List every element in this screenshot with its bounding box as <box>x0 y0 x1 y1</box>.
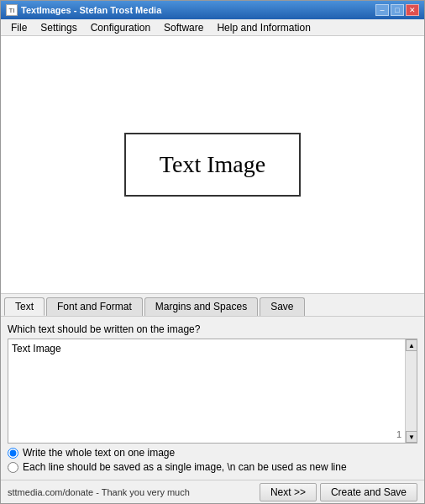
tab-font-format[interactable]: Font and Format <box>46 297 143 316</box>
scroll-up-button[interactable]: ▲ <box>406 339 417 351</box>
tab-save[interactable]: Save <box>260 297 304 316</box>
menu-file[interactable]: File <box>4 20 34 35</box>
radio-each-line-label: Each line should be saved as a single im… <box>23 461 347 473</box>
title-controls: – □ ✕ <box>375 4 419 16</box>
text-input[interactable]: Text Image <box>8 339 405 440</box>
maximize-button[interactable]: □ <box>391 4 404 16</box>
scroll-down-button[interactable]: ▼ <box>406 431 417 443</box>
create-save-button[interactable]: Create and Save <box>320 483 417 501</box>
radio-each-line-input[interactable] <box>8 462 18 473</box>
menu-settings[interactable]: Settings <box>34 20 83 35</box>
preview-text: Text Image <box>160 151 265 178</box>
menu-software[interactable]: Software <box>157 20 210 35</box>
status-bar: sttmedia.com/donate - Thank you very muc… <box>1 480 424 503</box>
close-button[interactable]: ✕ <box>406 4 419 16</box>
scrollbar: ▲ ▼ <box>405 339 417 443</box>
minimize-button[interactable]: – <box>375 4 389 16</box>
donate-text: sttmedia.com/donate - Thank you very muc… <box>8 487 190 497</box>
content-label: Which text should be written on the imag… <box>8 323 417 335</box>
tab-margins[interactable]: Margins and Spaces <box>144 297 258 316</box>
content-area: Which text should be written on the imag… <box>1 317 424 480</box>
status-buttons: Next >> Create and Save <box>260 483 417 501</box>
title-bar-left: TI TextImages - Stefan Trost Media <box>6 4 161 16</box>
next-button[interactable]: Next >> <box>260 483 317 501</box>
radio-whole-text-input[interactable] <box>8 448 18 459</box>
char-count: 1 <box>396 429 401 439</box>
radio-each-line[interactable]: Each line should be saved as a single im… <box>8 461 417 473</box>
menu-help[interactable]: Help and Information <box>210 20 317 35</box>
title-bar: TI TextImages - Stefan Trost Media – □ ✕ <box>1 1 424 19</box>
tabs-area: Text Font and Format Margins and Spaces … <box>1 294 424 317</box>
radio-whole-text[interactable]: Write the whole text on one image <box>8 447 417 459</box>
menu-bar: File Settings Configuration Software Hel… <box>1 19 424 36</box>
scroll-track <box>406 351 417 431</box>
app-icon: TI <box>6 4 18 16</box>
textarea-wrapper: Text Image ▲ ▼ 1 <box>8 339 417 444</box>
preview-image-box: Text Image <box>124 133 301 197</box>
menu-configuration[interactable]: Configuration <box>84 20 157 35</box>
radio-whole-text-label: Write the whole text on one image <box>23 447 175 459</box>
main-window: TI TextImages - Stefan Trost Media – □ ✕… <box>0 0 425 504</box>
preview-area: Text Image <box>1 36 424 294</box>
window-title: TextImages - Stefan Trost Media <box>21 5 161 15</box>
tab-text[interactable]: Text <box>4 297 45 316</box>
radio-group: Write the whole text on one image Each l… <box>8 447 417 473</box>
